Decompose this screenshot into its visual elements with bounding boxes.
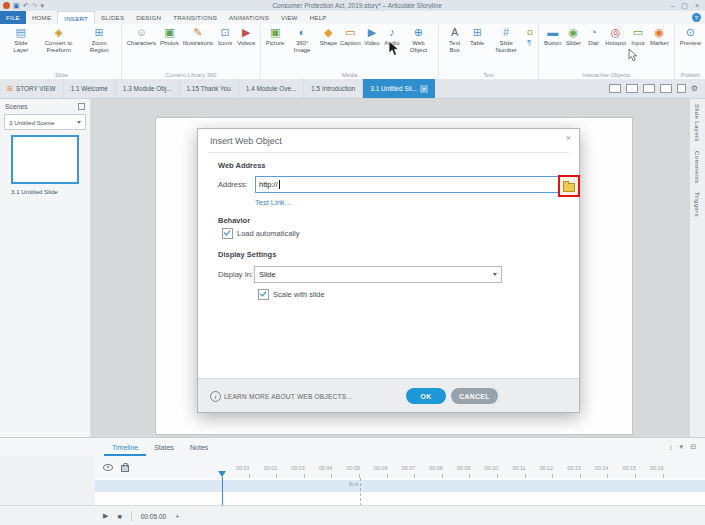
info-icon: i xyxy=(210,391,221,402)
slide-tab[interactable]: 1.4 Module Ove... xyxy=(239,79,304,98)
tab-story-view[interactable]: ⊞ STORY VIEW xyxy=(0,79,64,98)
visibility-column-icon[interactable] xyxy=(103,464,113,471)
ribbon-button[interactable]: ◐ 360° Image xyxy=(288,25,317,54)
display-in-dropdown[interactable]: Slide xyxy=(254,266,502,283)
ribbon-group-text: A Text Box ⊞ Table # Slide Number xyxy=(439,25,539,80)
stop-button[interactable]: ■ xyxy=(117,513,121,520)
redo-icon[interactable]: ↷ xyxy=(32,2,38,9)
zoom-in-icon[interactable]: + xyxy=(175,513,179,520)
ribbon-button[interactable]: ✎ Illustrations xyxy=(183,25,213,47)
playhead-line xyxy=(222,477,223,506)
ribbon-tab[interactable]: HELP xyxy=(304,11,333,24)
insert-web-object-dialog: Insert Web Object × Web Address Address:… xyxy=(197,128,580,413)
ribbon-button[interactable]: ▭ Caption xyxy=(341,25,360,47)
timeline-scroll-icon[interactable]: ↕ xyxy=(669,444,673,451)
duration-display: 00:05.00 xyxy=(141,513,167,520)
ribbon-tab[interactable]: VIEW xyxy=(275,11,304,24)
view-mode-icon[interactable] xyxy=(660,84,672,93)
ribbon-tab[interactable]: INSERT xyxy=(57,11,95,24)
side-panel-tab[interactable]: Triggers xyxy=(694,192,701,217)
slide-tab[interactable]: 1.5 Introduction xyxy=(304,79,363,98)
lock-column-icon[interactable] xyxy=(121,465,129,472)
side-panel-tab[interactable]: Slide Layers xyxy=(694,104,701,142)
timeline-tab[interactable]: States xyxy=(146,438,182,456)
help-icon[interactable]: ? xyxy=(692,13,701,22)
minimize-button[interactable]: – xyxy=(670,2,674,9)
timeline-ruler[interactable]: 00:01 00:02 00:03 00:04 00:05 00:06 00:0… xyxy=(222,456,705,479)
timeline-collapse-icon[interactable]: ⊟ xyxy=(690,443,696,451)
gear-icon[interactable]: ⚙ xyxy=(691,84,698,93)
ribbon-button[interactable]: ◈ Convert to Freeform xyxy=(39,25,79,54)
cancel-button[interactable]: CANCEL xyxy=(451,388,498,404)
undo-icon[interactable]: ↶ xyxy=(23,2,29,9)
timeline-tab[interactable]: Timeline xyxy=(104,438,146,456)
browse-folder-icon[interactable] xyxy=(563,183,575,192)
ribbon-button[interactable]: ▣ Picture xyxy=(266,25,283,47)
ribbon-button[interactable]: ⊕ Web Object xyxy=(404,25,433,54)
ribbon-tab[interactable]: DESIGN xyxy=(130,11,167,24)
ruler-tick: 00:12 xyxy=(526,456,554,478)
select-pointer-icon xyxy=(628,48,638,62)
ribbon-button[interactable]: ▣ Photos xyxy=(160,25,179,47)
play-button[interactable]: ▶ xyxy=(103,512,108,520)
slide-tab[interactable]: 1.3 Module Obj... xyxy=(116,79,180,98)
ribbon-button[interactable]: ▬ Button xyxy=(544,25,561,47)
end-marker-line[interactable] xyxy=(360,478,361,506)
ribbon-button[interactable]: ◔ Dial xyxy=(585,25,601,47)
ribbon-tab[interactable]: TRANSITIONS xyxy=(167,11,223,24)
panel-toggle-icon[interactable] xyxy=(677,84,686,93)
web-address-heading: Web Address xyxy=(218,161,266,170)
ribbon-group-media: ▣ Picture ◐ 360° Image ◆ Shape ▭ xyxy=(261,25,439,80)
address-input[interactable]: http:// xyxy=(255,176,560,193)
ruler-tick: 00:14 xyxy=(581,456,609,478)
view-m-icon[interactable] xyxy=(643,84,655,93)
load-automatically-checkbox[interactable] xyxy=(222,228,233,239)
ribbon-button[interactable]: ☺ Characters xyxy=(127,25,156,47)
tab-close-icon[interactable]: × xyxy=(420,85,428,93)
ribbon-tab[interactable]: FILE xyxy=(0,11,26,24)
ribbon-button[interactable]: ⊞ Table xyxy=(469,25,485,47)
ribbon: ▤ Slide Layer ◈ Convert to Freeform ⊞ Zo… xyxy=(0,24,705,81)
scene-selector-dropdown[interactable]: 3 Untitled Scene xyxy=(4,114,86,130)
ribbon-tab[interactable]: ANIMATIONS xyxy=(223,11,275,24)
ok-button[interactable]: OK xyxy=(406,388,446,404)
ribbon-button[interactable]: ▤ Slide Layer xyxy=(7,25,35,54)
timeline-panel: Timeline States Notes ↕ ▾ ⊟ 00:01 xyxy=(0,437,705,525)
ribbon-button[interactable]: ▭ Input xyxy=(630,25,646,47)
view-mode-icon[interactable] xyxy=(609,84,621,93)
timeline-menu-icon[interactable]: ▾ xyxy=(680,443,684,451)
symbol-icon[interactable]: Ω xyxy=(527,28,533,37)
slide-tab[interactable]: 1.1 Welcome xyxy=(64,79,116,98)
timeline-tab[interactable]: Notes xyxy=(182,438,216,456)
ribbon-button[interactable]: A Text Box xyxy=(444,25,465,54)
ribbon-button[interactable]: ▶ Videos xyxy=(237,25,255,47)
view-mode-icon[interactable] xyxy=(626,84,638,93)
dialog-close-icon[interactable]: × xyxy=(566,133,571,143)
ribbon-button[interactable]: ⊙ Preview xyxy=(680,25,701,47)
ribbon-button[interactable]: ⊞ Zoom Region xyxy=(83,25,116,54)
ribbon-button[interactable]: ◎ Hotspot xyxy=(605,25,626,47)
slide-tab-active[interactable]: 3.1 Untitled Sli... × xyxy=(363,79,435,98)
scenes-panel: Scenes 3 Untitled Scene 3.1 Untitled Sli… xyxy=(0,99,91,437)
test-link[interactable]: Test Link... xyxy=(255,198,291,207)
learn-more-link[interactable]: LEARN MORE ABOUT WEB OBJECTS... xyxy=(224,393,352,400)
ribbon-tab[interactable]: HOME xyxy=(26,11,57,24)
ribbon-button[interactable]: # Slide Number xyxy=(489,25,523,54)
ribbon-group-interactive-objects: ▬ Button ◉ Slider ◔ Dial ◎ xyxy=(539,25,675,80)
save-icon[interactable]: ▣ xyxy=(13,2,20,9)
reference-icon[interactable]: ¶ xyxy=(527,38,533,47)
ribbon-button[interactable]: ⊡ Icons xyxy=(217,25,233,47)
ribbon-button[interactable]: ▶ Video xyxy=(364,25,380,47)
ribbon-button[interactable]: ◉ Marker xyxy=(650,25,669,47)
slide-tab[interactable]: 1.15 Thank You xyxy=(180,79,239,98)
ribbon-button[interactable]: ◉ Slider xyxy=(565,25,581,47)
timeline-tracks[interactable]: End xyxy=(95,478,705,506)
scale-with-slide-checkbox[interactable] xyxy=(258,289,269,300)
ribbon-button[interactable]: ◆ Shape xyxy=(320,25,336,47)
side-panel-tab[interactable]: Comments xyxy=(694,151,701,183)
slide-thumbnail[interactable] xyxy=(11,135,79,184)
pin-icon[interactable] xyxy=(78,103,85,110)
ribbon-tab[interactable]: SLIDES xyxy=(95,11,130,24)
close-button[interactable]: × xyxy=(695,2,699,9)
maximize-button[interactable]: ▢ xyxy=(681,2,688,10)
